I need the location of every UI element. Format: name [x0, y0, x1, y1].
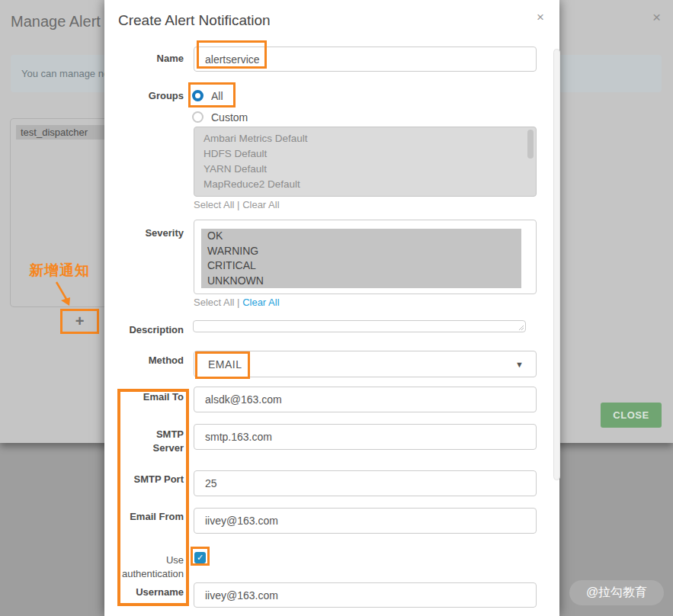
- dialog-close-icon[interactable]: ×: [537, 10, 544, 25]
- severity-option[interactable]: WARNING: [201, 244, 521, 259]
- group-option: Ambari Metrics Default: [204, 131, 536, 146]
- annotation-box-name: [197, 40, 267, 69]
- chevron-down-icon: ▼: [515, 360, 524, 369]
- watermark-text: @拉勾教育: [586, 585, 647, 601]
- description-label: Description: [104, 323, 184, 337]
- group-option: ZooKeeper Default: [204, 192, 536, 197]
- page-close-icon[interactable]: ×: [652, 9, 661, 26]
- severity-option[interactable]: OK: [201, 229, 521, 244]
- info-banner-text: You can manage not: [21, 68, 112, 79]
- severity-select-all-link: Select All: [194, 297, 234, 308]
- severity-select-clear: Select All | Clear All: [194, 297, 280, 308]
- method-label: Method: [104, 354, 184, 367]
- annotation-add-label: 新增通知: [29, 261, 90, 281]
- plus-icon: +: [75, 313, 85, 330]
- separator: |: [237, 199, 239, 210]
- severity-listbox[interactable]: OK WARNING CRITICAL UNKNOWN: [194, 220, 537, 294]
- severity-label: Severity: [104, 226, 184, 240]
- groups-select-all-link: Select All: [194, 199, 234, 210]
- resize-handle-icon[interactable]: [518, 325, 524, 331]
- create-alert-notification-dialog: Create Alert Notification × Name Groups …: [104, 0, 559, 616]
- smtp-port-input[interactable]: [194, 470, 537, 496]
- groups-custom-radio[interactable]: [192, 111, 204, 123]
- group-option: HDFS Default: [204, 146, 536, 162]
- separator: |: [237, 297, 239, 308]
- modal-scrollbar[interactable]: [553, 49, 560, 480]
- email-from-input[interactable]: [194, 508, 537, 534]
- watermark-badge: @拉勾教育: [569, 580, 664, 605]
- annotation-box-method: [195, 351, 250, 379]
- severity-clear-all-link[interactable]: Clear All: [242, 297, 279, 308]
- add-notification-button[interactable]: +: [60, 309, 99, 334]
- username-input[interactable]: [194, 582, 537, 608]
- smtp-server-input[interactable]: [194, 424, 537, 450]
- annotation-box-email-labels: [117, 389, 189, 606]
- dialog-title: Create Alert Notification: [118, 12, 271, 29]
- groups-listbox: Ambari Metrics Default HDFS Default YARN…: [194, 127, 537, 197]
- name-label: Name: [104, 52, 184, 66]
- email-to-input[interactable]: [194, 387, 537, 412]
- groups-clear-all-link: Clear All: [242, 199, 279, 210]
- severity-option[interactable]: CRITICAL: [201, 258, 521, 274]
- group-option: MapReduce2 Default: [204, 177, 536, 192]
- severity-option[interactable]: UNKNOWN: [201, 274, 521, 289]
- groups-label: Groups: [104, 89, 184, 103]
- groups-select-clear: Select All | Clear All: [194, 199, 280, 210]
- description-textarea[interactable]: [193, 320, 526, 332]
- groups-custom-radio-label[interactable]: Custom: [211, 111, 248, 124]
- severity-selected-block: OK WARNING CRITICAL UNKNOWN: [201, 229, 521, 288]
- annotation-box-groups: [188, 82, 236, 107]
- annotation-box-checkbox: [191, 547, 210, 566]
- annotation-arrow-icon: [47, 281, 82, 313]
- groups-list-scrollbar[interactable]: [527, 130, 534, 159]
- close-button[interactable]: CLOSE: [601, 403, 662, 428]
- page-title: Manage Alert: [11, 13, 101, 30]
- group-option: YARN Default: [204, 162, 536, 177]
